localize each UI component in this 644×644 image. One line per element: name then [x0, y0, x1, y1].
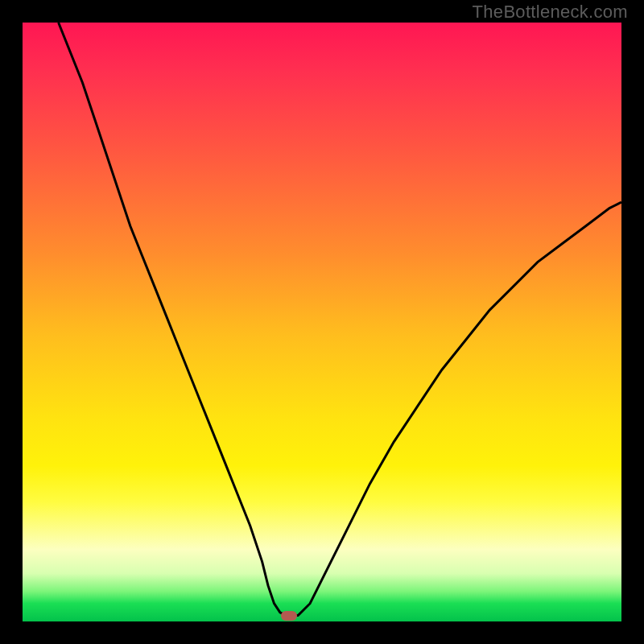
curve-path — [59, 23, 621, 616]
chart-frame: TheBottleneck.com — [0, 0, 644, 644]
watermark-text: TheBottleneck.com — [473, 2, 628, 23]
bottleneck-curve — [23, 23, 621, 621]
plot-area — [23, 23, 621, 621]
optimum-marker — [281, 611, 297, 621]
